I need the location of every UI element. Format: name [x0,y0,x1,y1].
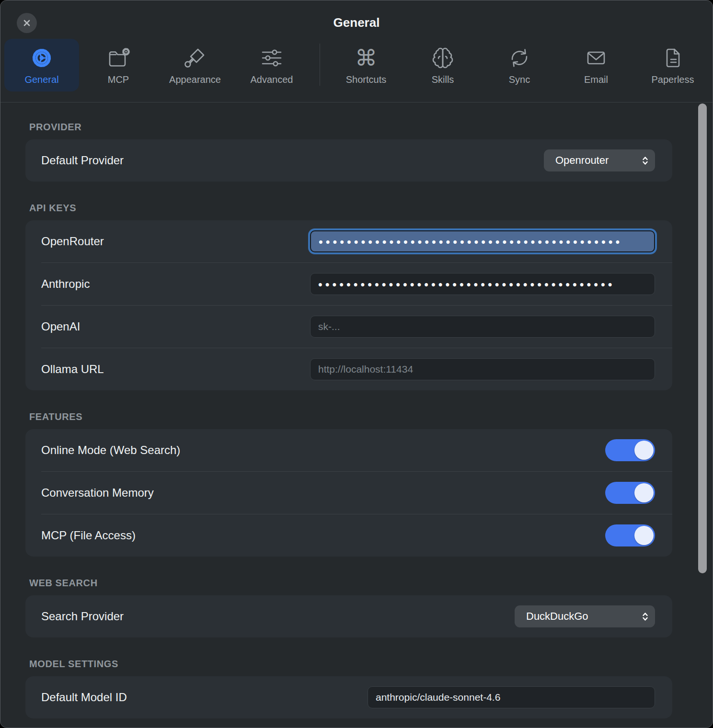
toggle-knob [634,526,654,545]
section-model-settings: MODEL SETTINGS Default Model ID [25,659,672,718]
tab-skills[interactable]: Skills [405,39,480,91]
sliders-icon [260,46,284,70]
openai-key-row: OpenAI [25,306,672,348]
command-icon: ⌘ [355,46,377,70]
page-title: General [0,15,713,30]
section-header: MODEL SETTINGS [29,659,672,670]
tab-mcp[interactable]: MCP [81,39,156,91]
tab-label: Email [584,74,608,85]
ollama-url-row: Ollama URL [25,348,672,390]
section-header: FEATURES [29,411,672,422]
tab-shortcuts[interactable]: ⌘ Shortcuts [329,39,403,91]
row-label: MCP (File Access) [41,529,136,542]
section-provider: PROVIDER Default Provider Openrouter [25,122,672,182]
tab-label: Paperless [652,74,694,85]
section-header: PROVIDER [29,122,672,133]
default-provider-row: Default Provider Openrouter [25,139,672,182]
anthropic-key-row: Anthropic [25,263,672,305]
features-card: Online Mode (Web Search) Conversation Me… [25,429,672,557]
row-label: Anthropic [41,277,90,291]
folder-gear-icon [106,46,130,70]
row-label: Search Provider [41,610,124,623]
provider-card: Default Provider Openrouter [25,139,672,182]
tab-label: MCP [108,74,129,85]
tab-label: Appearance [169,74,221,85]
conversation-memory-toggle[interactable] [605,482,655,504]
brain-icon [431,46,454,70]
online-mode-row: Online Mode (Web Search) [25,429,672,471]
settings-window: General General [0,0,713,728]
row-label: Default Provider [41,154,124,167]
tab-advanced[interactable]: Advanced [234,39,309,91]
chevron-up-down-icon [642,156,648,166]
paintbrush-icon [184,46,207,70]
scrollbar-thumb[interactable] [698,103,707,573]
default-model-id-row: Default Model ID [25,676,672,718]
api-keys-card: OpenRouter Anthropic OpenAI [25,220,672,390]
openrouter-key-row: OpenRouter [25,220,672,262]
tab-label: Advanced [251,74,293,85]
online-mode-toggle[interactable] [605,439,655,461]
tab-label: General [24,74,58,85]
section-header: API KEYS [29,203,672,214]
web-search-card: Search Provider DuckDuckGo [25,595,672,637]
sync-arrows-icon [508,46,531,70]
toolbar-divider [320,44,320,86]
search-provider-select[interactable]: DuckDuckGo [515,605,655,627]
row-label: Default Model ID [41,691,127,704]
section-features: FEATURES Online Mode (Web Search) Conver… [25,411,672,557]
model-settings-card: Default Model ID [25,676,672,718]
tab-paperless[interactable]: Paperless [635,39,710,91]
envelope-icon [585,46,608,70]
default-model-id-input[interactable] [368,686,655,708]
select-value: Openrouter [555,154,609,167]
chevron-up-down-icon [642,612,648,622]
tab-sync[interactable]: Sync [482,39,557,91]
select-value: DuckDuckGo [526,610,588,623]
section-header: WEB SEARCH [29,578,672,589]
anthropic-key-input[interactable] [310,273,655,295]
section-web-search: WEB SEARCH Search Provider DuckDuckGo [25,578,672,637]
openai-key-input[interactable] [310,316,655,338]
tab-general[interactable]: General [4,39,79,91]
row-label: Conversation Memory [41,486,154,500]
section-api-keys: API KEYS OpenRouter Anthropic [25,203,672,390]
default-provider-select[interactable]: Openrouter [544,149,655,171]
toggle-knob [634,441,654,460]
row-label: OpenAI [41,320,80,333]
tab-email[interactable]: Email [559,39,633,91]
openrouter-key-input[interactable] [310,230,655,252]
tab-label: Skills [432,74,454,85]
row-label: Ollama URL [41,363,104,376]
tab-label: Sync [509,74,530,85]
search-provider-row: Search Provider DuckDuckGo [25,595,672,637]
mcp-file-access-toggle[interactable] [605,524,655,546]
tab-appearance[interactable]: Appearance [158,39,232,91]
document-icon [661,46,684,70]
tab-label: Shortcuts [346,74,386,85]
row-label: Online Mode (Web Search) [41,444,180,457]
settings-content: PROVIDER Default Provider Openrouter [0,102,713,718]
titlebar: General General [0,0,713,102]
row-label: OpenRouter [41,235,104,248]
ollama-url-input[interactable] [310,358,655,380]
toggle-knob [634,483,654,502]
mcp-file-access-row: MCP (File Access) [25,514,672,557]
gear-icon [30,46,53,70]
toolbar: General MCP [4,39,712,91]
conversation-memory-row: Conversation Memory [25,472,672,514]
